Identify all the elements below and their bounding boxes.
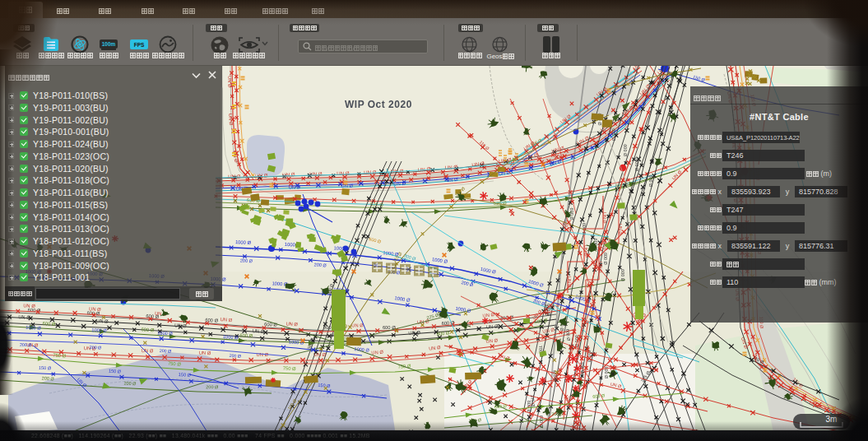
svg-text:200 Ø: 200 Ø <box>206 384 219 389</box>
svg-text:UN Ø: UN Ø <box>309 171 323 177</box>
svg-text:1000 Ø: 1000 Ø <box>26 325 41 331</box>
svg-text:UN Ø: UN Ø <box>285 321 298 327</box>
svg-text:UN Ø: UN Ø <box>583 245 588 257</box>
svg-text:UN Ø: UN Ø <box>408 330 420 336</box>
svg-text:200 Ø: 200 Ø <box>20 342 32 348</box>
svg-text:WIP Oct 2020: WIP Oct 2020 <box>345 99 412 110</box>
svg-text:375 Ø: 375 Ø <box>530 395 536 407</box>
svg-text:1000 Ø: 1000 Ø <box>157 331 173 337</box>
svg-text:450 Ø: 450 Ø <box>544 304 550 317</box>
svg-text:UN Ø: UN Ø <box>227 76 232 88</box>
svg-text:UN Ø: UN Ø <box>282 171 295 178</box>
svg-text:UN Ø: UN Ø <box>393 181 406 187</box>
svg-text:UN Ø: UN Ø <box>418 165 431 172</box>
svg-text:UN Ø: UN Ø <box>602 212 607 224</box>
svg-text:UN Ø: UN Ø <box>228 114 234 126</box>
svg-text:600 Ø: 600 Ø <box>623 144 628 157</box>
svg-text:UN Ø: UN Ø <box>314 352 327 357</box>
svg-text:600 Ø: 600 Ø <box>565 329 571 341</box>
svg-text:1000 Ø: 1000 Ø <box>91 327 107 333</box>
svg-text:UN Ø: UN Ø <box>199 350 211 356</box>
svg-text:UN Ø: UN Ø <box>255 172 268 179</box>
svg-text:UN Ø: UN Ø <box>598 262 603 273</box>
svg-text:UN Ø: UN Ø <box>351 323 364 327</box>
svg-text:UN Ø: UN Ø <box>174 323 187 328</box>
svg-text:UN Ø: UN Ø <box>618 224 623 235</box>
svg-text:UN Ø: UN Ø <box>96 318 109 324</box>
svg-text:200 Ø: 200 Ø <box>160 348 172 354</box>
svg-text:UN Ø: UN Ø <box>337 170 350 176</box>
svg-text:UN Ø: UN Ø <box>364 169 377 175</box>
svg-text:750 Ø: 750 Ø <box>283 366 296 372</box>
svg-text:UN Ø: UN Ø <box>289 184 301 189</box>
svg-text:1000 Ø: 1000 Ø <box>235 239 252 245</box>
svg-text:600 Ø: 600 Ø <box>569 208 574 221</box>
svg-text:600 Ø: 600 Ø <box>603 253 608 266</box>
svg-text:UN Ø: UN Ø <box>228 173 241 179</box>
svg-text:200 Ø: 200 Ø <box>240 258 253 263</box>
svg-text:700 Ø: 700 Ø <box>579 362 585 374</box>
svg-text:150 Ø: 150 Ø <box>39 365 52 371</box>
svg-text:600 Ø: 600 Ø <box>205 318 219 323</box>
svg-text:UN Ø: UN Ø <box>444 164 457 170</box>
svg-text:UN Ø: UN Ø <box>567 276 572 288</box>
svg-text:UN Ø: UN Ø <box>371 350 383 355</box>
svg-text:600 Ø: 600 Ø <box>239 333 253 339</box>
svg-text:200 Ø: 200 Ø <box>314 262 327 267</box>
svg-text:200 Ø: 200 Ø <box>229 353 241 359</box>
svg-text:600 Ø: 600 Ø <box>141 327 155 332</box>
svg-text:UN Ø: UN Ø <box>89 306 101 312</box>
svg-text:200 Ø: 200 Ø <box>90 345 102 350</box>
svg-text:200 Ø: 200 Ø <box>123 381 137 387</box>
svg-text:600 Ø: 600 Ø <box>43 321 57 327</box>
svg-text:750 Ø: 750 Ø <box>168 361 182 367</box>
svg-text:200 Ø: 200 Ø <box>42 375 55 381</box>
svg-text:UN Ø: UN Ø <box>23 303 35 309</box>
svg-text:UN Ø: UN Ø <box>585 296 590 308</box>
svg-text:150 Ø: 150 Ø <box>109 369 122 374</box>
svg-text:UN Ø: UN Ø <box>18 314 30 320</box>
